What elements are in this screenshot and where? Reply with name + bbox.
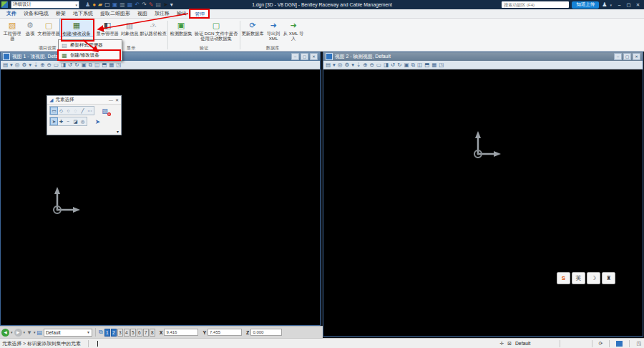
ribbon-button[interactable]: ⟳更新数据库 [241,19,264,36]
view-toolbar-icon[interactable]: ◫ [417,62,422,68]
view-toolbar-icon[interactable]: ▣ [82,62,87,68]
dialog-expand-icon[interactable]: ▾ [117,129,119,134]
view-toolbar-icon[interactable]: ◳ [439,62,444,68]
view2-canvas[interactable]: S英☽♜ [323,69,643,336]
menu-item[interactable]: ▤桥架样式管理器 [59,40,122,50]
forward-icon[interactable]: ▶ [14,329,22,337]
tab-item-7[interactable]: 输出 [173,9,190,18]
select-line-icon[interactable]: ╱ [79,107,86,114]
tab-item-8[interactable]: 管理 [190,9,209,18]
redo-icon[interactable]: ↷ [142,1,147,9]
view-toolbar-icon[interactable]: ⊖ [370,62,374,68]
snap-mode-icon[interactable]: ✛ [499,341,504,347]
tab-item-4[interactable]: 提取二维图形 [97,9,134,18]
sync-icon[interactable]: ⟳ [599,341,603,347]
ime-lang-icon[interactable]: 英 [572,272,585,284]
element-selection-titlebar[interactable]: ◢ 元素选择 — ✕ [47,96,121,105]
select-new-icon[interactable]: ➤ [51,118,57,125]
workflow-selector[interactable]: 详细设计 ▾ [11,1,79,9]
select-lasso-icon[interactable]: ◌ [72,107,79,114]
view2-title-bar[interactable]: 视图 2 - 轴测视图, Default –▢✕ [323,52,643,61]
select-subtract-icon[interactable]: − [65,118,72,125]
ribbon-button[interactable]: ▢文档管理器 [37,19,60,36]
window-list-icon[interactable]: ◳ [636,341,641,347]
tab-item-3[interactable]: 地下系统 [69,9,97,18]
connect-icon[interactable]: ● [92,1,96,9]
view-minimize-button[interactable]: – [291,53,299,60]
ribbon-button[interactable]: ⚙选项 [23,19,37,36]
view-toolbar-icon[interactable]: ◎ [15,62,20,68]
status-active-level[interactable]: Default [515,341,531,346]
view1-title-bar[interactable]: 视图 1 - 顶视图, Default –▢✕ [1,52,320,61]
view-toolbar-icon[interactable]: ↺ [391,62,395,68]
ribbon-button[interactable]: ▦创建/修改设备 [60,19,93,36]
user-icon[interactable]: ♟ [602,1,607,8]
view-groups-icon[interactable]: ⧉ [99,329,103,336]
ribbon-button[interactable]: ▢验证 DGN 文件中是否使用活动数据集 [193,19,239,41]
view-toolbar-icon[interactable]: ↻ [397,62,401,68]
ime-halfwidth-moon-icon[interactable]: ☽ [587,272,600,284]
view-toolbar-icon[interactable]: ⊖ [47,62,52,68]
ribbon-search-input[interactable] [502,1,569,8]
ribbon-button[interactable]: ➜从 XML 导入 [283,19,304,41]
view-toggle-4[interactable]: 4 [124,329,130,337]
view-toolbar-icon[interactable]: ▾ [29,62,31,68]
view-toolbar-icon[interactable]: ▤ [3,62,8,68]
qat-more-icon[interactable]: ▾ [170,1,173,9]
view-toolbar-icon[interactable]: ⊕ [40,62,44,68]
lock-icon[interactable]: ⊠ [507,341,512,347]
maximize-button[interactable]: ▢ [624,2,633,8]
view-toolbar-icon[interactable]: ⊕ [363,62,367,68]
save-icon[interactable]: ▣ [112,1,118,9]
selection-set-indicator[interactable] [616,341,623,347]
minimize-button[interactable]: – [615,2,624,8]
view-toggle-8[interactable]: 8 [150,329,155,337]
ribbon-button[interactable]: ▧工程管理器 [1,19,23,41]
view-restore-button[interactable]: ▢ [301,53,308,60]
ribbon-button[interactable]: ▥对象信息 [119,19,140,36]
ribbon-button[interactable]: ◧显示管理器 [95,19,119,36]
menu-item[interactable]: ▦创建/修改设备 [59,50,122,60]
tab-item-6[interactable]: 加注释 [151,9,173,18]
view-toolbar-icon[interactable]: ↺ [68,62,72,68]
element-selection-icon[interactable]: ➤ [163,1,168,9]
view-close-button[interactable]: ✕ [633,53,640,60]
view-toolbar-icon[interactable]: ⬒ [424,62,429,68]
z-coordinate-input[interactable] [250,329,282,336]
markup-pen-icon[interactable]: ✎ [149,1,154,9]
view-toolbar-icon[interactable]: ◨ [384,62,389,68]
select-shape-icon[interactable]: ◇ [58,107,64,114]
clear-selection-button[interactable]: ▨⊘ [100,107,109,115]
view-toolbar-icon[interactable]: ◫ [94,62,99,68]
active-level-selector[interactable]: Default ▼ [44,329,92,337]
user-menu-caret-icon[interactable]: ▾ [610,3,612,7]
select-all-button[interactable]: ➤ [93,117,102,125]
view-toolbar-icon[interactable]: ⬒ [102,62,107,68]
chevron-down-icon[interactable]: ▾ [34,330,36,334]
view-toolbar-icon[interactable]: ◳ [116,62,121,68]
view-toolbar-icon[interactable]: ▭ [376,62,381,68]
view-toggle-6[interactable]: 6 [137,329,142,337]
ribbon-button[interactable]: -?-默认路径检查 [140,19,167,36]
view-toolbar-icon[interactable]: ▦ [431,62,436,68]
view-toolbar-icon[interactable]: ⚙ [344,62,349,68]
view-toggle-1[interactable]: 1 [104,329,110,337]
view-toolbar-icon[interactable]: ⧉ [89,62,92,69]
folder-icon[interactable]: ▰ [98,1,102,9]
view-toolbar-icon[interactable]: ▾ [10,62,13,68]
view-close-button[interactable]: ✕ [310,53,318,60]
sogou-logo-icon[interactable]: S [557,272,570,284]
ribbon-button[interactable]: ➜导出到 XML [264,19,283,41]
copy-icon[interactable]: ▥ [119,1,125,9]
view-toolbar-icon[interactable]: ▦ [109,62,114,68]
user-icon[interactable]: ♟ [85,1,90,9]
view-toolbar-icon[interactable]: ▾ [333,62,336,68]
tab-file[interactable]: 文件 [3,9,20,18]
view-toolbar-icon[interactable]: ↻ [74,62,79,68]
view-toggle-7[interactable]: 7 [143,329,149,337]
select-invert-icon[interactable]: ◪ [72,118,79,125]
ribbon-button[interactable]: ▣检测数据集 [169,19,193,36]
y-coordinate-input[interactable] [208,329,242,336]
print-icon[interactable]: ▤ [156,1,162,9]
chevron-down-icon[interactable]: ▾ [24,330,26,334]
